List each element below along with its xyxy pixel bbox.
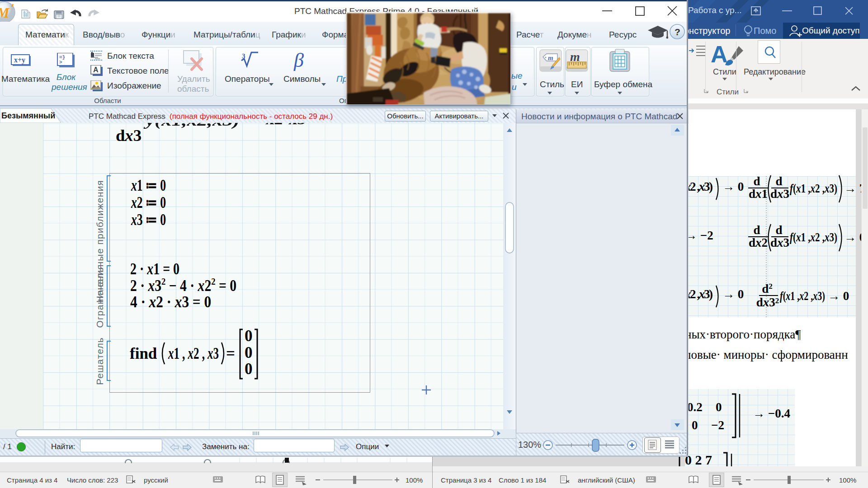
svg-text:−2: −2 bbox=[711, 418, 724, 432]
svg-text:dx3: dx3 bbox=[770, 187, 789, 201]
svg-text:0: 0 bbox=[245, 360, 253, 378]
svg-text:0: 0 bbox=[245, 327, 253, 345]
svg-text:x1 ≔ 0: x1 ≔ 0 bbox=[131, 177, 166, 194]
svg-text:x+y: x+y bbox=[14, 56, 25, 64]
svg-text:ных·второго·порядка¶: ных·второго·порядка¶ bbox=[685, 328, 801, 341]
svg-text:→ 0: → 0 bbox=[722, 180, 744, 193]
svg-text:d: d bbox=[775, 223, 782, 237]
svg-text:Ограничения: Ограничения bbox=[94, 264, 105, 328]
svg-text:d: d bbox=[753, 174, 760, 188]
svg-text:x2 ,x3): x2 ,x3) bbox=[684, 287, 713, 301]
svg-text:f(x1 ,x2 ,x3): f(x1 ,x2 ,x3) bbox=[790, 182, 837, 195]
svg-text:>: > bbox=[59, 60, 62, 65]
svg-text:f(x1 ,x2 ,x3): f(x1 ,x2 ,x3) bbox=[780, 289, 825, 303]
svg-text:y(x1,x2,x3): y(x1,x2,x3) bbox=[143, 123, 240, 129]
svg-text:d: d bbox=[775, 174, 782, 188]
svg-text:→ −2: → −2 bbox=[685, 229, 713, 242]
svg-text:2 · x32 − 4 · x22 = 0: 2 · x32 − 4 · x22 = 0 bbox=[130, 276, 236, 295]
svg-text:dx2: dx2 bbox=[749, 236, 768, 249]
svg-text:?: ? bbox=[675, 27, 680, 37]
svg-text:=: = bbox=[226, 345, 235, 362]
svg-text:ловые· миноры· сформированн: ловые· миноры· сформированн bbox=[685, 348, 848, 361]
svg-text:x2 ≔ 0: x2 ≔ 0 bbox=[131, 194, 166, 211]
svg-text:d: d bbox=[753, 223, 760, 237]
svg-text:x2 ,x3): x2 ,x3) bbox=[684, 180, 713, 193]
svg-text:dx3: dx3 bbox=[116, 127, 142, 145]
svg-text:find: find bbox=[130, 345, 157, 362]
svg-text:m: m bbox=[570, 50, 580, 64]
svg-text:→ −0.4: → −0.4 bbox=[753, 407, 790, 420]
svg-text:0: 0 bbox=[716, 400, 722, 414]
svg-text:dx3: dx3 bbox=[770, 236, 789, 249]
svg-text:m: m bbox=[548, 54, 553, 61]
svg-text:→ 0: → 0 bbox=[828, 289, 849, 303]
svg-text:f(x1 ,x2 ,x3): f(x1 ,x2 ,x3) bbox=[790, 230, 837, 244]
svg-text:A: A bbox=[93, 66, 99, 74]
svg-text:0: 0 bbox=[245, 344, 253, 361]
svg-text:0.2: 0.2 bbox=[687, 400, 703, 414]
svg-text:dx1: dx1 bbox=[749, 187, 768, 201]
svg-text:3: 3 bbox=[242, 52, 245, 60]
svg-text:0 2 7: 0 2 7 bbox=[685, 452, 712, 466]
svg-text:0: 0 bbox=[692, 418, 698, 432]
svg-text:2 · x1 = 0: 2 · x1 = 0 bbox=[130, 260, 179, 278]
svg-text:Решатель: Решатель bbox=[94, 337, 105, 385]
svg-text:→ 0: → 0 bbox=[722, 287, 744, 301]
svg-text:x3 ≔ 0: x3 ≔ 0 bbox=[131, 211, 166, 229]
svg-text:4 · x2 · x3 = 0: 4 · x2 · x3 = 0 bbox=[130, 293, 211, 311]
svg-text:= x2·x3: = x2·x3 bbox=[251, 123, 306, 127]
svg-text:x1 , x2 , x3: x1 , x2 , x3 bbox=[168, 345, 219, 362]
